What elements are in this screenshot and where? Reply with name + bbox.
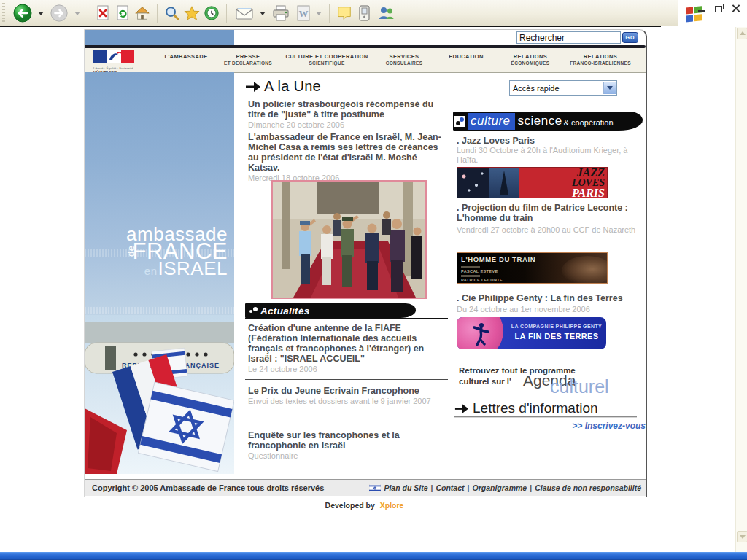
a-la-une-header: A la Une bbox=[245, 78, 321, 95]
news-link[interactable]: Enquête sur les francophones et la franc… bbox=[248, 430, 448, 451]
quick-access-select[interactable]: Accès rapide bbox=[509, 80, 617, 96]
scroll-down-button[interactable] bbox=[737, 531, 747, 542]
discuss-note-icon[interactable] bbox=[336, 2, 352, 24]
edit-word-icon[interactable]: W bbox=[295, 2, 311, 24]
news-date: Dimanche 20 octobre 2006 bbox=[248, 120, 448, 130]
toolbar-grip[interactable] bbox=[2, 3, 5, 23]
a-la-une-title: A la Une bbox=[264, 78, 321, 95]
footer-separator: | bbox=[530, 483, 532, 492]
right-column: Accès rapide culture science & coopérati… bbox=[453, 30, 646, 497]
footer-link-clause[interactable]: Clause de non responsabilité bbox=[535, 483, 641, 492]
close-button[interactable] bbox=[731, 4, 741, 13]
mail-icon[interactable] bbox=[233, 2, 255, 24]
home-icon[interactable] bbox=[134, 2, 150, 24]
page: GO Liberté · Égalité · Fraternité RÉPUBL… bbox=[84, 29, 647, 497]
forward-icon[interactable] bbox=[48, 2, 70, 24]
main-column: A la Une Un policier strasbourgeois réco… bbox=[245, 30, 448, 497]
header-blue-bar bbox=[85, 30, 234, 45]
jazz-loves-paris-banner[interactable]: JAZZ LOVES PARIS bbox=[457, 167, 608, 198]
toolbar-divider bbox=[0, 26, 661, 27]
toolbar-separator bbox=[157, 4, 158, 23]
eiffel-photo bbox=[489, 168, 519, 198]
copyright-text: Copyright © 2005 Ambassade de France tou… bbox=[92, 480, 324, 496]
dancer-silhouette bbox=[470, 322, 492, 346]
header-underline bbox=[248, 96, 444, 96]
toolbar-separator bbox=[329, 4, 330, 23]
news-link[interactable]: Le Prix du Jeune Ecrivain Francophone bbox=[248, 386, 448, 396]
actualites-underline bbox=[245, 318, 448, 319]
night-photo bbox=[457, 168, 489, 198]
event-date: Du 24 octobre au 1er novembre 2006 bbox=[457, 305, 639, 314]
news-link[interactable]: Création d'une antenne de la FIAFE (Fédé… bbox=[248, 323, 448, 364]
science-word: science bbox=[515, 114, 564, 128]
marianne-icon bbox=[93, 50, 134, 63]
dots-icon bbox=[454, 116, 465, 127]
culture-word: culture bbox=[468, 113, 515, 130]
culture-science-banner: culture science & coopération bbox=[453, 112, 643, 131]
news-link[interactable]: Un policier strasbourgeois récompensé du… bbox=[248, 99, 448, 120]
scrollbar[interactable] bbox=[735, 27, 747, 552]
minimize-button[interactable] bbox=[697, 4, 708, 13]
agenda-block: Retrouvez tout le programme culturel sur… bbox=[459, 366, 641, 386]
homme-du-train-banner[interactable]: L'HOMME DU TRAIN PASCAL ESTEVE PATRICE L… bbox=[457, 252, 608, 284]
footer-separator: | bbox=[468, 483, 470, 492]
arrow-right-icon bbox=[454, 403, 469, 414]
genty-banner[interactable]: LA COMPAGNIE PHILIPPE GENTY LA FIN DES T… bbox=[457, 317, 606, 349]
news-link[interactable]: L'ambassadeur de France en Israël, M. Je… bbox=[248, 132, 448, 173]
footer: Copyright © 2005 Ambassade de France tou… bbox=[85, 479, 646, 496]
arrow-right-icon bbox=[245, 81, 261, 93]
research-device-icon[interactable] bbox=[356, 2, 372, 24]
favorites-star-icon[interactable] bbox=[184, 2, 200, 24]
browser-window: W GO bbox=[0, 0, 747, 560]
news-date: Envoi des textes et dossiers avant le 9 … bbox=[248, 397, 448, 406]
back-dropdown-icon[interactable] bbox=[38, 12, 44, 15]
divider bbox=[245, 379, 448, 380]
actualites-title: Actualités bbox=[260, 306, 310, 316]
scroll-up-button[interactable] bbox=[737, 28, 747, 39]
refresh-icon[interactable] bbox=[115, 2, 131, 24]
newsletter-header[interactable]: Lettres d'information bbox=[454, 400, 598, 416]
footer-link-plan-du-site[interactable]: Plan du Site bbox=[384, 483, 427, 492]
event-link[interactable]: . Cie Philippe Genty : La fin des Terres bbox=[457, 293, 639, 303]
quick-access-label: Accès rapide bbox=[510, 84, 603, 93]
restore-button[interactable] bbox=[714, 4, 724, 13]
mail-dropdown-icon[interactable] bbox=[260, 12, 266, 15]
toolbar-separator bbox=[226, 4, 227, 23]
event-date: Lundi 30 Octobre à 20h à l'Auditorium Kr… bbox=[457, 146, 639, 165]
israel-flag-icon bbox=[369, 484, 381, 492]
search-icon[interactable] bbox=[164, 2, 180, 24]
cooperation-word: & coopération bbox=[564, 116, 614, 127]
toolbar-separator bbox=[88, 4, 88, 23]
event-date: Vendredi 27 octobre à 20h00 au CCF de Na… bbox=[457, 225, 639, 235]
messenger-people-icon[interactable] bbox=[376, 2, 398, 24]
back-icon[interactable] bbox=[12, 2, 34, 24]
chevron-down-icon[interactable] bbox=[603, 82, 616, 94]
divider bbox=[245, 424, 448, 424]
officials-photo bbox=[271, 180, 427, 299]
news-date: Le 24 octobre 2006 bbox=[248, 365, 448, 374]
print-icon[interactable] bbox=[270, 2, 292, 24]
history-icon[interactable] bbox=[204, 2, 220, 24]
browser-toolbar: W bbox=[0, 0, 747, 26]
embassy-wordmark: ambassade deFRANCE enISRAEL bbox=[125, 225, 228, 278]
agenda-culturel-link[interactable]: culturel bbox=[550, 376, 609, 397]
footer-link-contact[interactable]: Contact bbox=[436, 483, 464, 492]
mosaic-texture bbox=[85, 307, 234, 314]
republique-francaise-logo[interactable]: Liberté · Égalité · Fraternité RÉPUBLIQU… bbox=[93, 50, 140, 71]
taskbar bbox=[0, 552, 747, 560]
event-link[interactable]: . Projection du film de Patrice Leconte … bbox=[457, 203, 639, 224]
newsletter-underline bbox=[454, 416, 637, 418]
developer-link[interactable]: Xplore bbox=[380, 501, 404, 510]
forward-dropdown-icon[interactable] bbox=[74, 12, 80, 15]
developed-by-line: Developed by Xplore bbox=[84, 501, 645, 510]
event-link[interactable]: . Jazz Loves Paris bbox=[457, 136, 639, 146]
subscribe-link[interactable]: >> Inscrivez-vous bbox=[572, 421, 646, 431]
footer-separator: | bbox=[430, 483, 433, 492]
edit-dropdown-icon[interactable] bbox=[316, 12, 322, 15]
sidebar: ambassade deFRANCE enISRAEL RÉPUBLIQUE F… bbox=[85, 72, 234, 474]
flags-photo: RÉPUBLIQUE FRANÇAISE bbox=[85, 315, 234, 474]
footer-link-organigramme[interactable]: Organigramme bbox=[472, 483, 527, 492]
developed-by-text: Developed by bbox=[325, 501, 375, 510]
actualites-banner: Actualités bbox=[245, 303, 416, 318]
stop-icon[interactable] bbox=[95, 2, 111, 24]
